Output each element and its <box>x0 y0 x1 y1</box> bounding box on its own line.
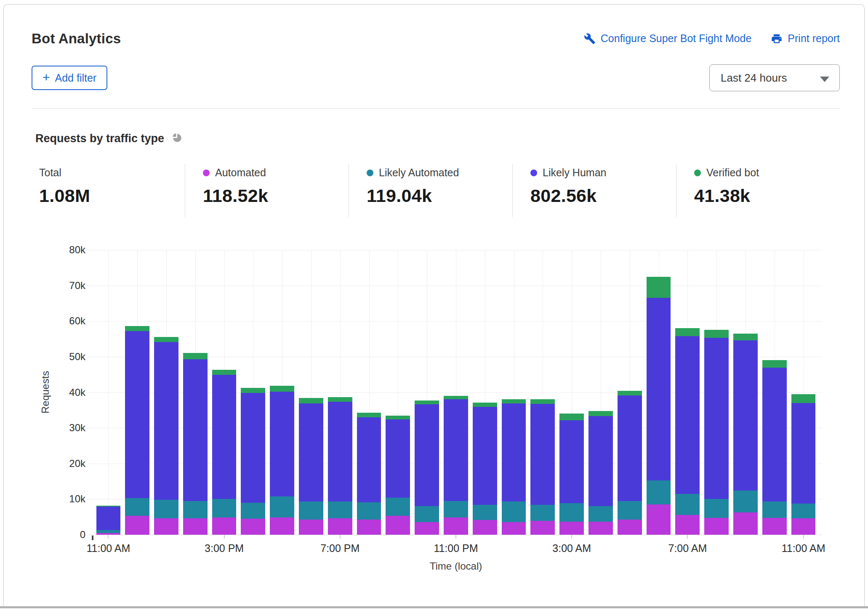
bar-segment-automated[interactable] <box>357 520 381 535</box>
bar-segment-likely-human[interactable] <box>733 340 758 491</box>
bar-segment-verified-bot[interactable] <box>154 337 178 342</box>
bar-segment-automated[interactable] <box>125 516 149 535</box>
stacked-bar[interactable] <box>733 334 758 535</box>
bar-segment-verified-bot[interactable] <box>415 400 439 404</box>
bar-segment-likely-automated[interactable] <box>588 506 613 521</box>
bar-segment-likely-automated[interactable] <box>357 502 381 520</box>
bar-segment-likely-human[interactable] <box>96 507 121 530</box>
bar-segment-likely-human[interactable] <box>530 404 555 505</box>
bar-segment-likely-automated[interactable] <box>502 501 526 522</box>
bar-segment-likely-human[interactable] <box>183 359 208 501</box>
configure-super-bot-fight-mode-link[interactable]: Configure Super Bot Fight Mode <box>584 32 752 45</box>
bar-segment-verified-bot[interactable] <box>125 326 149 331</box>
stacked-bar[interactable] <box>618 391 642 535</box>
bar-segment-likely-automated[interactable] <box>559 503 584 522</box>
bar-segment-likely-human[interactable] <box>386 419 410 498</box>
bar-segment-automated[interactable] <box>762 518 787 535</box>
stacked-bar[interactable] <box>502 399 526 535</box>
bar-segment-likely-human[interactable] <box>704 338 729 499</box>
stat-likely-human[interactable]: Likely Human 802.56k <box>512 164 676 217</box>
bar-segment-verified-bot[interactable] <box>791 394 816 403</box>
bar-segment-automated[interactable] <box>588 522 613 535</box>
stacked-bar[interactable] <box>154 337 178 535</box>
bar-segment-verified-bot[interactable] <box>299 398 323 403</box>
stacked-bar[interactable] <box>386 416 410 535</box>
bar-segment-verified-bot[interactable] <box>647 277 671 298</box>
bar-segment-likely-automated[interactable] <box>704 499 729 518</box>
bar-segment-likely-human[interactable] <box>588 416 613 506</box>
bar-segment-verified-bot[interactable] <box>183 353 208 359</box>
bar-segment-likely-human[interactable] <box>502 403 526 502</box>
stat-automated[interactable]: Automated 118.52k <box>185 164 349 217</box>
bar-segment-likely-automated[interactable] <box>386 498 410 516</box>
stacked-bar[interactable] <box>444 396 468 535</box>
add-filter-button[interactable]: + Add filter <box>32 66 107 90</box>
bar-segment-verified-bot[interactable] <box>241 388 265 393</box>
bar-segment-automated[interactable] <box>212 517 237 535</box>
stacked-bar[interactable] <box>328 397 352 535</box>
bar-segment-likely-human[interactable] <box>125 331 149 498</box>
bar-segment-verified-bot[interactable] <box>733 334 758 340</box>
bar-segment-verified-bot[interactable] <box>675 328 700 336</box>
bar-segment-verified-bot[interactable] <box>270 386 294 392</box>
bar-segment-likely-human[interactable] <box>328 402 352 501</box>
bar-segment-automated[interactable] <box>241 519 265 535</box>
bar-segment-verified-bot[interactable] <box>444 396 468 399</box>
bar-segment-automated[interactable] <box>704 518 729 535</box>
bar-segment-likely-human[interactable] <box>791 403 816 504</box>
bar-segment-likely-automated[interactable] <box>299 501 323 520</box>
stacked-bar[interactable] <box>559 414 584 535</box>
bar-segment-automated[interactable] <box>618 520 642 535</box>
bar-segment-automated[interactable] <box>444 517 468 535</box>
bar-segment-automated[interactable] <box>791 518 816 535</box>
bar-segment-verified-bot[interactable] <box>530 399 555 403</box>
bar-segment-verified-bot[interactable] <box>704 330 729 338</box>
bar-segment-automated[interactable] <box>733 512 758 535</box>
bar-segment-likely-automated[interactable] <box>212 499 237 517</box>
stacked-bar[interactable] <box>241 388 265 535</box>
bar-segment-automated[interactable] <box>530 521 555 535</box>
bar-segment-likely-human[interactable] <box>618 395 642 501</box>
bar-segment-likely-automated[interactable] <box>444 501 468 518</box>
bar-segment-verified-bot[interactable] <box>357 413 381 417</box>
bar-segment-likely-automated[interactable] <box>270 496 294 517</box>
bar-segment-likely-automated[interactable] <box>125 498 149 516</box>
bar-segment-automated[interactable] <box>183 518 208 535</box>
bar-segment-automated[interactable] <box>675 515 700 535</box>
bar-segment-likely-automated[interactable] <box>154 500 178 518</box>
stacked-bar[interactable] <box>473 403 497 535</box>
print-report-link[interactable]: Print report <box>771 32 840 45</box>
stacked-bar[interactable] <box>762 360 787 535</box>
stacked-bar[interactable] <box>530 399 555 535</box>
bar-segment-automated[interactable] <box>415 522 439 535</box>
stacked-bar[interactable] <box>357 413 381 535</box>
bar-segment-likely-human[interactable] <box>154 342 178 500</box>
stacked-bar[interactable] <box>675 328 700 535</box>
bar-segment-automated[interactable] <box>96 533 121 535</box>
bar-segment-automated[interactable] <box>473 520 497 535</box>
bar-segment-likely-automated[interactable] <box>733 491 758 512</box>
stacked-bar[interactable] <box>791 394 816 535</box>
time-range-dropdown[interactable]: Last 24 hours <box>709 64 840 91</box>
bar-segment-automated[interactable] <box>502 522 526 535</box>
bar-segment-automated[interactable] <box>647 504 671 535</box>
bar-segment-likely-automated[interactable] <box>241 503 265 519</box>
bar-segment-likely-automated[interactable] <box>675 494 700 515</box>
bar-segment-likely-automated[interactable] <box>183 501 208 518</box>
bar-segment-likely-human[interactable] <box>444 399 468 501</box>
stacked-bar[interactable] <box>704 330 729 535</box>
bar-segment-likely-human[interactable] <box>212 375 237 499</box>
bar-segment-verified-bot[interactable] <box>588 411 613 416</box>
bar-segment-likely-human[interactable] <box>415 404 439 506</box>
bar-segment-likely-human[interactable] <box>762 368 787 501</box>
bar-segment-likely-human[interactable] <box>357 417 381 502</box>
stacked-bar[interactable] <box>588 411 613 535</box>
bar-segment-automated[interactable] <box>154 518 178 535</box>
bar-segment-likely-human[interactable] <box>647 298 671 480</box>
bar-segment-automated[interactable] <box>299 520 323 535</box>
bar-segment-verified-bot[interactable] <box>212 370 237 375</box>
bar-segment-likely-automated[interactable] <box>618 501 642 520</box>
bar-segment-likely-automated[interactable] <box>415 506 439 522</box>
bar-segment-automated[interactable] <box>270 517 294 535</box>
stacked-bar[interactable] <box>299 398 323 535</box>
